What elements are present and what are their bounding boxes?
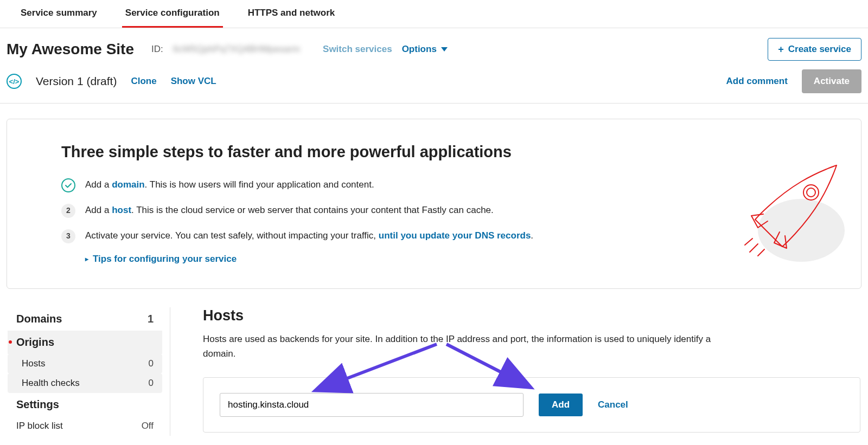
- options-dropdown[interactable]: Options: [402, 44, 448, 55]
- sidebar-domains-count: 1: [148, 313, 154, 325]
- create-service-button[interactable]: + Create service: [768, 38, 861, 61]
- step1-domain-link[interactable]: domain: [112, 179, 144, 190]
- step-badge-3: 3: [61, 229, 75, 243]
- show-vcl-link[interactable]: Show VCL: [171, 76, 216, 87]
- sidebar-domains[interactable]: Domains 1: [8, 307, 162, 331]
- clone-link[interactable]: Clone: [131, 76, 156, 87]
- hosts-heading: Hosts: [203, 307, 860, 324]
- add-button[interactable]: Add: [539, 394, 583, 416]
- sidebar-hosts-label: Hosts: [22, 358, 45, 369]
- sidebar-settings[interactable]: Settings: [8, 393, 162, 416]
- sidebar-ipblock-label: IP block list: [16, 421, 63, 431]
- tab-bar: Service summary Service configuration HT…: [0, 0, 868, 28]
- content-panel: Hosts Hosts are used as backends for you…: [170, 307, 860, 436]
- step2-text-pre: Add a: [85, 205, 112, 215]
- hosts-description: Hosts are used as backends for your site…: [203, 332, 724, 361]
- svg-point-2: [807, 188, 815, 197]
- rocket-illustration: [731, 152, 850, 271]
- step-badge-done-icon: [61, 178, 75, 192]
- step1-text-pre: Add a: [85, 179, 112, 190]
- tab-https-network[interactable]: HTTPS and network: [245, 0, 339, 28]
- options-label: Options: [402, 44, 437, 55]
- version-icon: </>: [7, 74, 22, 89]
- onboarding-step-2: 2 Add a host. This is the cloud service …: [61, 203, 807, 218]
- sidebar-hosts-count: 0: [149, 358, 154, 369]
- sidebar: Domains 1 Origins Hosts 0 Health checks …: [8, 307, 170, 436]
- onboarding-card: Three simple steps to faster and more po…: [7, 119, 861, 289]
- activate-button[interactable]: Activate: [802, 69, 861, 93]
- triangle-right-icon: ▸: [85, 255, 88, 263]
- step3-text-pre: Activate your service. You can test safe…: [85, 230, 379, 241]
- host-form: Add Cancel: [203, 377, 860, 433]
- sidebar-health-count: 0: [149, 378, 154, 389]
- sidebar-origins-group: Origins Hosts 0 Health checks 0: [8, 331, 162, 393]
- tab-service-configuration[interactable]: Service configuration: [122, 0, 223, 28]
- step2-text-post: . This is the cloud service or web serve…: [131, 205, 494, 215]
- svg-point-0: [758, 199, 845, 262]
- onboarding-step-3: 3 Activate your service. You can test sa…: [61, 228, 807, 244]
- svg-point-1: [803, 185, 819, 200]
- main-split: Domains 1 Origins Hosts 0 Health checks …: [0, 289, 868, 436]
- onboarding-heading: Three simple steps to faster and more po…: [61, 143, 807, 161]
- step3-text-post: .: [531, 230, 533, 241]
- service-id-value: 6cW5QphPq7XQ4BHMpesarm: [173, 44, 300, 55]
- plus-icon: +: [778, 44, 784, 54]
- host-input[interactable]: [220, 393, 524, 417]
- sidebar-domains-label: Domains: [16, 313, 62, 325]
- service-header: My Awesome Site ID: 6cW5QphPq7XQ4BHMpesa…: [0, 28, 868, 66]
- tips-label: Tips for configuring your service: [93, 254, 237, 265]
- create-service-label: Create service: [788, 44, 851, 55]
- version-label: Version 1 (draft): [36, 75, 117, 88]
- service-name: My Awesome Site: [7, 41, 134, 58]
- sidebar-origins-label: Origins: [16, 336, 54, 349]
- chevron-down-icon: [441, 47, 448, 51]
- sidebar-ip-block-list[interactable]: IP block list Off: [8, 416, 162, 436]
- step1-text-post: . This is how users will find your appli…: [145, 179, 374, 190]
- tips-link[interactable]: ▸ Tips for configuring your service: [85, 254, 807, 265]
- sidebar-origins[interactable]: Origins: [8, 331, 162, 354]
- tab-service-summary[interactable]: Service summary: [17, 0, 100, 28]
- cancel-link[interactable]: Cancel: [598, 399, 628, 410]
- version-row: </> Version 1 (draft) Clone Show VCL Add…: [0, 66, 868, 104]
- onboarding-step-1: Add a domain. This is how users will fin…: [61, 177, 807, 193]
- sidebar-ipblock-value: Off: [142, 421, 154, 431]
- sidebar-health-label: Health checks: [22, 378, 80, 389]
- service-id-label: ID:: [151, 44, 163, 55]
- sidebar-settings-label: Settings: [16, 398, 59, 411]
- step2-host-link[interactable]: host: [112, 205, 131, 215]
- step-badge-2: 2: [61, 204, 75, 218]
- switch-services-link[interactable]: Switch services: [323, 44, 392, 55]
- sidebar-health-checks[interactable]: Health checks 0: [8, 373, 162, 393]
- add-comment-link[interactable]: Add comment: [726, 76, 788, 87]
- step3-dns-link[interactable]: until you update your DNS records: [379, 230, 531, 241]
- sidebar-hosts[interactable]: Hosts 0: [8, 354, 162, 373]
